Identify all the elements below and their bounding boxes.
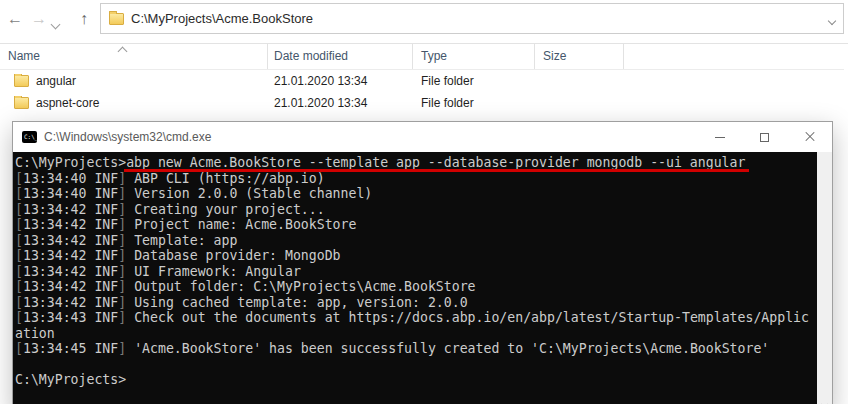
cmd-window: C:\_ C:\Windows\system32\cmd.exe C:\MyPr… [12,121,833,404]
console: C:\MyProjects>abp new Acme.BookStore --t… [13,152,832,404]
recent-locations-dropdown[interactable] [52,14,66,28]
file-type: File folder [413,96,535,110]
file-type: File folder [413,74,535,88]
forward-arrow-icon: → [31,11,47,27]
console-line: C:\MyProjects>abp new Acme.BookStore --t… [15,155,817,171]
console-line: [13:34:42 INF] UI Framework: Angular [15,264,817,280]
column-header-label: Name [8,49,40,63]
address-bar[interactable]: C:\MyProjects\Acme.BookStore [100,3,844,34]
cmd-title-bar[interactable]: C:\_ C:\Windows\system32\cmd.exe [13,122,832,152]
chevron-down-icon [828,16,836,24]
column-header-size[interactable]: Size [535,44,624,69]
console-line: C:\MyProjects> [15,372,817,388]
file-date-modified: 21.01.2020 13:34 [268,96,413,110]
caption-buttons [697,122,832,152]
column-header-row: Name Date modified Type Size [0,44,844,70]
folder-icon [109,13,124,25]
column-header-type[interactable]: Type [413,44,535,69]
file-list: angular 21.01.2020 13:34 File folder asp… [0,70,844,114]
file-row[interactable]: angular 21.01.2020 13:34 File folder [0,70,844,92]
explorer-toolbar: ← → ↑ C:\MyProjects\Acme.BookStore [0,0,848,43]
file-date-modified: 21.01.2020 13:34 [268,74,413,88]
console-line: [13:34:42 INF] Project name: Acme.BookSt… [15,217,817,233]
file-name: aspnet-core [36,96,99,110]
column-header-date-modified[interactable]: Date modified [268,44,413,69]
console-line: [13:34:42 INF] Creating your project... [15,202,817,218]
maximize-button[interactable] [742,122,787,152]
up-button[interactable]: ↑ [74,8,94,30]
console-line: [13:34:40 INF] ABP CLI (https://abp.io) [15,171,817,187]
console-line: [13:34:42 INF] Database provider: MongoD… [15,248,817,264]
folder-icon [14,75,29,87]
forward-button[interactable]: → [29,8,49,30]
chevron-down-icon [51,20,61,30]
console-line: [13:34:40 INF] Version 2.0.0 (Stable cha… [15,186,817,202]
maximize-icon [760,133,769,142]
minimize-button[interactable] [697,122,742,152]
console-scrollbar[interactable] [817,152,832,404]
minimize-icon [715,137,725,138]
column-header-name[interactable]: Name [0,44,268,69]
folder-icon [14,97,29,109]
console-line: [13:34:45 INF] 'Acme.BookStore' has been… [15,341,817,357]
console-line: [13:34:42 INF] Output folder: C:\MyProje… [15,279,817,295]
cmd-window-title: C:\Windows\system32\cmd.exe [44,130,211,144]
console-line: ation [15,326,817,342]
console-line [15,357,817,373]
cmd-icon[interactable]: C:\_ [22,131,37,143]
sort-ascending-icon [118,47,128,57]
address-dropdown-button[interactable] [829,10,835,28]
file-name: angular [36,74,76,88]
file-row[interactable]: aspnet-core 21.01.2020 13:34 File folder [0,92,844,114]
up-arrow-icon: ↑ [80,11,88,27]
address-path: C:\MyProjects\Acme.BookStore [131,11,313,26]
close-button[interactable] [787,122,832,152]
close-icon [804,131,816,143]
back-button[interactable]: ← [5,8,25,30]
console-line: [13:34:42 INF] Using cached template: ap… [15,295,817,311]
console-line: [13:34:43 INF] Check out the documents a… [15,310,817,326]
console-output[interactable]: C:\MyProjects>abp new Acme.BookStore --t… [13,152,817,404]
console-line: [13:34:42 INF] Template: app [15,233,817,249]
back-arrow-icon: ← [7,11,23,27]
